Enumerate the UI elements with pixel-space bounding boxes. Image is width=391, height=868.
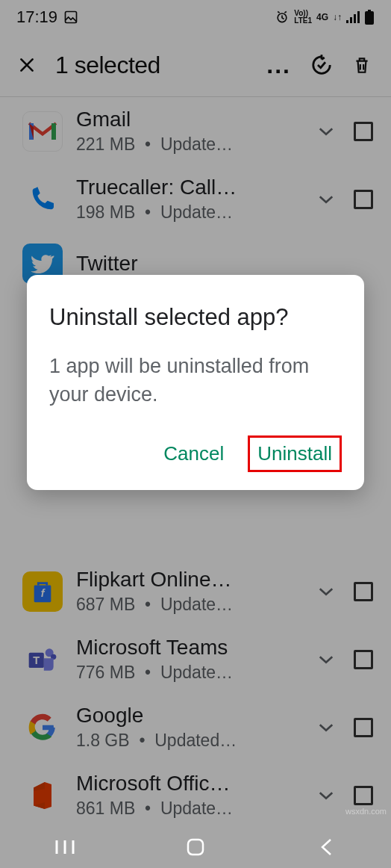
- uninstall-dialog: Uninstall selected app? 1 app will be un…: [27, 275, 364, 490]
- app-info: Flipkart Online… 687 MB • Update…: [76, 568, 304, 615]
- app-row-gmail[interactable]: Gmail 221 MB • Update…: [0, 97, 391, 165]
- app-meta: 861 MB • Update…: [76, 799, 304, 819]
- chevron-down-icon[interactable]: [318, 194, 340, 205]
- checkbox[interactable]: [354, 582, 373, 601]
- home-button[interactable]: [166, 836, 225, 858]
- app-name: Twitter: [76, 252, 373, 276]
- svg-rect-19: [188, 840, 203, 855]
- app-meta: 221 MB • Update…: [76, 134, 304, 155]
- delete-button[interactable]: [346, 49, 378, 81]
- signal-icon: [346, 11, 360, 23]
- app-name: Truecaller: Call…: [76, 176, 304, 199]
- checkbox[interactable]: [354, 190, 373, 209]
- back-button[interactable]: [296, 836, 356, 858]
- checkbox[interactable]: [354, 718, 373, 737]
- overflow-menu[interactable]: ...: [266, 52, 291, 79]
- chevron-down-icon[interactable]: [318, 654, 340, 665]
- header-title: 1 selected: [55, 52, 257, 79]
- chevron-down-icon[interactable]: [318, 790, 340, 801]
- status-bar: 17:19 Vo))LTE1 4G ↓↑: [0, 0, 391, 34]
- svg-rect-3: [350, 17, 352, 23]
- app-meta: 1.8 GB • Updated…: [76, 731, 304, 751]
- app-name: Microsoft Teams: [76, 636, 304, 660]
- checkbox[interactable]: [354, 122, 373, 141]
- app-meta: 687 MB • Update…: [76, 595, 304, 615]
- dialog-actions: Cancel Uninstall: [49, 435, 342, 472]
- app-row-truecaller[interactable]: Truecaller: Call… 198 MB • Update…: [0, 165, 391, 233]
- app-name: Flipkart Online…: [76, 568, 304, 592]
- app-name: Microsoft Offic…: [76, 772, 304, 796]
- app-info: Microsoft Offic… 861 MB • Update…: [76, 772, 304, 819]
- app-meta: 198 MB • Update…: [76, 202, 304, 223]
- svg-rect-4: [354, 14, 356, 23]
- status-right: Vo))LTE1 4G ↓↑: [275, 10, 375, 25]
- app-name: Google: [76, 704, 304, 728]
- data-arrows-icon: ↓↑: [333, 12, 342, 22]
- app-meta: 776 MB • Update…: [76, 663, 304, 683]
- app-row-flipkart[interactable]: f Flipkart Online… 687 MB • Update…: [0, 568, 391, 625]
- svg-rect-2: [346, 20, 348, 23]
- chevron-down-icon[interactable]: [318, 126, 340, 137]
- gmail-icon: [22, 111, 63, 152]
- svg-rect-5: [357, 11, 360, 23]
- watermark: wsxdn.com: [345, 807, 387, 816]
- app-row-office[interactable]: Microsoft Offic… 861 MB • Update…: [0, 761, 391, 829]
- chevron-down-icon[interactable]: [318, 586, 340, 597]
- checkbox[interactable]: [354, 650, 373, 669]
- svg-rect-9: [51, 123, 56, 140]
- dialog-body: 1 app will be uninstalled from your devi…: [49, 353, 342, 409]
- office-icon: [22, 775, 63, 816]
- teams-icon: T: [22, 639, 63, 680]
- checkbox[interactable]: [354, 786, 373, 805]
- app-info: Microsoft Teams 776 MB • Update…: [76, 636, 304, 683]
- app-name: Gmail: [76, 108, 304, 131]
- app-info: Twitter: [76, 252, 373, 276]
- app-info: Google 1.8 GB • Updated…: [76, 704, 304, 751]
- app-row-google[interactable]: Google 1.8 GB • Updated…: [0, 693, 391, 761]
- recents-button[interactable]: [35, 836, 95, 858]
- cancel-button[interactable]: Cancel: [156, 436, 231, 471]
- truecaller-icon: [22, 179, 63, 220]
- network-type: 4G: [316, 12, 328, 22]
- svg-text:T: T: [33, 654, 40, 666]
- app-info: Truecaller: Call… 198 MB • Update…: [76, 176, 304, 223]
- image-icon: [63, 10, 78, 25]
- chevron-down-icon[interactable]: [318, 722, 340, 733]
- close-button[interactable]: [13, 52, 40, 78]
- app-row-teams[interactable]: T Microsoft Teams 776 MB • Update…: [0, 625, 391, 693]
- volte-icon: Vo))LTE1: [294, 10, 312, 25]
- google-icon: [22, 707, 63, 748]
- alarm-icon: [275, 10, 290, 25]
- svg-rect-7: [368, 10, 371, 12]
- flipkart-icon: f: [22, 571, 63, 612]
- svg-rect-6: [365, 11, 374, 25]
- selection-header: 1 selected ...: [0, 34, 391, 97]
- battery-icon: [364, 10, 375, 25]
- app-info: Gmail 221 MB • Update…: [76, 108, 304, 155]
- uninstall-button[interactable]: Uninstall: [248, 435, 342, 472]
- nav-bar: [0, 826, 391, 868]
- dialog-title: Uninstall selected app?: [49, 302, 342, 333]
- select-all-button[interactable]: [306, 49, 337, 81]
- svg-rect-0: [66, 11, 77, 22]
- status-left: 17:19: [16, 7, 78, 27]
- status-time: 17:19: [16, 7, 57, 27]
